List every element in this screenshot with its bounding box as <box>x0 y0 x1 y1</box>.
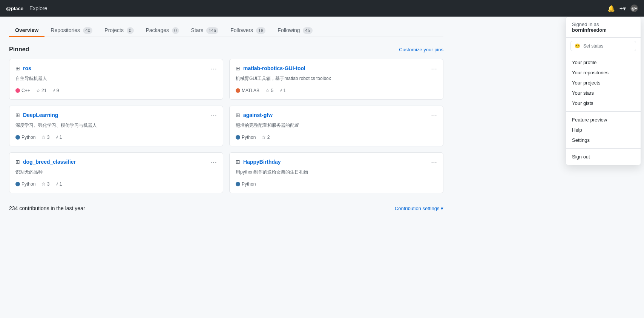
more-options-icon[interactable]: ⋯ <box>211 65 217 72</box>
dropdown-item-your-stars[interactable]: Your stars <box>566 88 641 98</box>
customize-pins-link[interactable]: Customize your pins <box>399 47 443 52</box>
language-dot <box>236 182 240 186</box>
language-name: Python <box>21 135 35 140</box>
language-dot <box>15 135 20 140</box>
more-options-icon[interactable]: ⋯ <box>211 159 217 166</box>
language-label: Python <box>15 135 35 140</box>
repo-icon: ⊞ <box>236 65 240 71</box>
explore-link[interactable]: Explore <box>29 5 47 11</box>
repo-icon: ⊞ <box>15 65 20 71</box>
language-label: MATLAB <box>236 88 259 93</box>
sign-out-button[interactable]: Sign out <box>566 152 641 162</box>
dropdown-item-help[interactable]: Help <box>566 125 641 135</box>
pin-card-desc: 自主导航机器人 <box>15 75 217 82</box>
repo-icon: ⊞ <box>236 112 240 118</box>
pin-card-ros: ⊞ ros ⋯ 自主导航机器人 C++ ☆ 21 ⑂ 9 <box>9 59 223 100</box>
repo-name[interactable]: against-gfw <box>243 112 273 118</box>
dropdown-item-feature-preview[interactable]: Feature preview <box>566 115 641 125</box>
dropdown-section-signout: Sign out <box>566 149 641 165</box>
tab-stars[interactable]: Stars 146 <box>185 24 225 37</box>
dropdown-item-your-projects[interactable]: Your projects <box>566 78 641 88</box>
dropdown-item-settings[interactable]: Settings <box>566 135 641 145</box>
pin-card-footer: Python ☆ 3 ⑂ 1 <box>15 135 217 140</box>
main-content: Overview Repositories 40 Projects 0 Pack… <box>0 17 452 223</box>
tab-projects[interactable]: Projects 0 <box>98 24 140 37</box>
pin-card-desc: 识别犬的品种 <box>15 169 217 175</box>
pin-card-desc: 深度学习、强化学习、模仿学习与机器人 <box>15 122 217 129</box>
pin-card-matlab-robotics-GUI-tool: ⊞ matlab-robotics-GUI-tool ⋯ 机械臂GUI工具箱，基… <box>229 59 443 100</box>
fork-count: ⑂ 1 <box>55 181 62 187</box>
pin-card-title: ⊞ against-gfw <box>236 112 273 118</box>
pinned-title: Pinned <box>9 46 29 53</box>
more-options-icon[interactable]: ⋯ <box>211 112 217 119</box>
profile-tabs: Overview Repositories 40 Projects 0 Pack… <box>9 24 443 37</box>
contribution-settings-button[interactable]: Contribution settings ▾ <box>395 206 443 211</box>
set-status-label: Set status <box>583 43 603 49</box>
pin-card-header: ⊞ HappyBirthday ⋯ <box>236 159 437 166</box>
pin-card-against-gfw: ⊞ against-gfw ⋯ 翻墙的完整配置和服务器的配置 Python ☆ … <box>229 106 443 146</box>
dropdown-item-your-repositories[interactable]: Your repositories <box>566 68 641 78</box>
pin-card-title: ⊞ DeepLearning <box>15 112 58 118</box>
pin-card-title: ⊞ ros <box>15 65 31 71</box>
pin-card-desc: 用python制作的送给女票的生日礼物 <box>236 169 437 175</box>
language-name: Python <box>242 135 256 140</box>
star-count: ☆ 3 <box>41 135 49 140</box>
dropdown-header: Signed in as borninfreedom <box>566 17 641 38</box>
pin-card-header: ⊞ DeepLearning ⋯ <box>15 112 217 119</box>
pin-card-header: ⊞ dog_breed_classifier ⋯ <box>15 159 217 166</box>
fork-count: ⑂ 9 <box>52 88 59 93</box>
tab-repositories[interactable]: Repositories 40 <box>44 24 98 37</box>
pin-card-footer: Python ☆ 3 ⑂ 1 <box>15 181 217 187</box>
more-options-icon[interactable]: ⋯ <box>431 65 437 72</box>
new-item-icon[interactable]: +▾ <box>619 5 626 12</box>
repo-icon: ⊞ <box>15 159 20 165</box>
language-dot <box>236 135 240 140</box>
repo-icon: ⊞ <box>236 159 240 165</box>
user-dropdown-menu: Signed in as borninfreedom 🙂 Set status … <box>566 17 641 165</box>
star-count: ☆ 5 <box>265 88 273 93</box>
notifications-icon[interactable]: 🔔 <box>607 5 615 12</box>
repo-name[interactable]: dog_breed_classifier <box>23 159 76 165</box>
pinned-section: Pinned Customize your pins ⊞ ros ⋯ 自主导航机… <box>9 46 443 193</box>
tab-packages[interactable]: Packages 0 <box>140 24 185 37</box>
language-dot <box>236 88 240 93</box>
language-name: C++ <box>21 88 30 93</box>
contributions-title: 234 contributions in the last year <box>9 205 85 211</box>
dropdown-section-settings: Feature previewHelpSettings <box>566 112 641 149</box>
repo-name[interactable]: matlab-robotics-GUI-tool <box>243 65 305 71</box>
star-count: ☆ 3 <box>41 181 49 187</box>
repo-name[interactable]: ros <box>23 65 31 71</box>
signed-in-label: Signed in as <box>572 22 635 27</box>
avatar[interactable]: @▾ <box>630 5 638 12</box>
language-name: Python <box>242 181 256 187</box>
pin-card-dog_breed_classifier: ⊞ dog_breed_classifier ⋯ 识别犬的品种 Python ☆… <box>9 152 223 193</box>
more-options-icon[interactable]: ⋯ <box>431 159 437 166</box>
repo-icon: ⊞ <box>15 112 20 118</box>
pin-card-footer: Python ☆ 2 <box>236 135 437 140</box>
star-count: ☆ 21 <box>36 88 47 93</box>
pin-card-desc: 翻墙的完整配置和服务器的配置 <box>236 122 437 129</box>
pin-card-footer: Python <box>236 181 437 187</box>
pin-card-footer: MATLAB ☆ 5 ⑂ 1 <box>236 88 437 93</box>
pin-card-title: ⊞ matlab-robotics-GUI-tool <box>236 65 305 71</box>
repo-name[interactable]: HappyBirthday <box>243 159 281 165</box>
dropdown-item-your-profile[interactable]: Your profile <box>566 57 641 68</box>
language-dot <box>15 182 20 186</box>
tab-followers[interactable]: Followers 18 <box>224 24 271 37</box>
set-status-button[interactable]: 🙂 Set status <box>570 41 636 51</box>
repo-name[interactable]: DeepLearning <box>23 112 58 118</box>
pin-card-header: ⊞ matlab-robotics-GUI-tool ⋯ <box>236 65 437 72</box>
fork-count: ⑂ 1 <box>55 135 62 140</box>
header-left: @place Explore <box>6 5 47 11</box>
header-logo: @place <box>6 6 23 11</box>
tab-overview[interactable]: Overview <box>9 24 44 37</box>
more-options-icon[interactable]: ⋯ <box>431 112 437 119</box>
language-label: Python <box>15 181 35 187</box>
tab-following[interactable]: Following 45 <box>271 24 318 37</box>
language-dot <box>15 88 20 93</box>
dropdown-username: borninfreedom <box>572 27 635 33</box>
dropdown-item-your-gists[interactable]: Your gists <box>566 98 641 108</box>
pin-card-HappyBirthday: ⊞ HappyBirthday ⋯ 用python制作的送给女票的生日礼物 Py… <box>229 152 443 193</box>
pin-card-title: ⊞ dog_breed_classifier <box>15 159 76 165</box>
language-label: Python <box>236 181 256 187</box>
